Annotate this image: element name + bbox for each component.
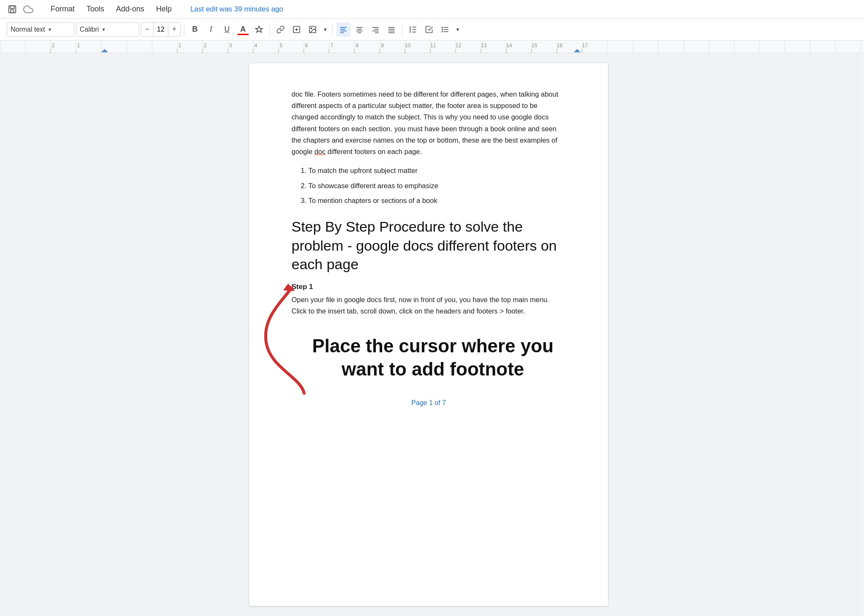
image-dropdown-button[interactable]: ▼	[321, 22, 329, 37]
align-left-button[interactable]	[336, 22, 351, 37]
svg-text:2: 2	[204, 43, 207, 49]
svg-text:12: 12	[456, 43, 462, 49]
svg-text:1: 1	[77, 43, 80, 49]
justify-button[interactable]	[384, 22, 399, 37]
svg-text:3: 3	[229, 43, 232, 49]
svg-text:8: 8	[356, 43, 359, 49]
list-item: To mention chapters or sections of a boo…	[308, 194, 566, 207]
page-indicator: Page 1 of 7	[292, 397, 566, 408]
svg-rect-8	[340, 27, 347, 28]
menu-addons[interactable]: Add-ons	[111, 3, 149, 15]
svg-rect-15	[358, 32, 361, 33]
list-item: To showcase different areas to emphasize	[308, 179, 566, 192]
svg-marker-74	[283, 284, 295, 291]
toolbar-divider-4	[402, 24, 402, 35]
list-item: To match the upfront subject matter	[308, 164, 566, 177]
line-spacing-button[interactable]	[406, 22, 420, 37]
underline-button[interactable]: U	[220, 22, 234, 37]
style-label: Normal text	[11, 26, 45, 33]
svg-text:2: 2	[52, 43, 55, 49]
svg-rect-20	[389, 27, 395, 28]
svg-text:5: 5	[280, 43, 283, 49]
font-chevron-icon: ▼	[101, 27, 106, 32]
toolbar-divider-1	[184, 24, 184, 35]
font-size-control: − +	[141, 22, 181, 37]
svg-point-32	[442, 29, 443, 30]
document-page[interactable]: doc file. Footers sometimes need to be d…	[249, 63, 608, 606]
annotation-text-block: Place the cursor where you want to add f…	[300, 334, 566, 381]
step1-text: Open your file in google docs first, now…	[292, 294, 566, 317]
svg-text:14: 14	[506, 43, 512, 49]
main-area: doc file. Footers sometimes need to be d…	[0, 53, 864, 616]
svg-rect-1	[10, 5, 14, 8]
svg-text:1: 1	[178, 43, 181, 49]
bold-button[interactable]: B	[188, 22, 202, 37]
svg-rect-2	[11, 9, 14, 12]
font-color-button[interactable]: A	[236, 22, 250, 37]
svg-rect-14	[356, 30, 363, 31]
step1-label: Step 1	[292, 281, 566, 292]
checklist-button[interactable]	[422, 22, 436, 37]
svg-point-7	[311, 27, 312, 29]
style-select[interactable]: Normal text ▼	[7, 22, 74, 37]
annotation-text: Place the cursor where you want to add f…	[300, 334, 566, 381]
svg-text:7: 7	[330, 43, 333, 49]
svg-rect-19	[375, 32, 378, 33]
cloud-icon	[23, 4, 34, 15]
list-button[interactable]	[438, 22, 452, 37]
top-bar: Format Tools Add-ons Help Last edit was …	[0, 0, 864, 19]
annotation-container: Place the cursor where you want to add f…	[292, 334, 566, 381]
menu-bar: Format Tools Add-ons Help	[46, 3, 177, 15]
svg-marker-72	[101, 49, 108, 52]
align-right-button[interactable]	[368, 22, 383, 37]
top-bar-icons	[7, 4, 34, 15]
svg-point-33	[442, 31, 443, 32]
svg-rect-23	[389, 32, 395, 33]
ruler: 2 1 1 2 3 4 5 6 7 8 9 10 11 12	[0, 41, 864, 53]
font-select[interactable]: Calibri ▼	[76, 22, 139, 37]
svg-marker-73	[574, 49, 580, 52]
last-edit-info: Last edit was 39 minutes ago	[190, 5, 283, 14]
toolbar: Normal text ▼ Calibri ▼ − + B I U A ▼	[0, 19, 864, 41]
svg-rect-13	[357, 29, 362, 30]
italic-button[interactable]: I	[204, 22, 218, 37]
svg-text:13: 13	[481, 43, 487, 49]
svg-text:6: 6	[305, 43, 308, 49]
font-size-increase-button[interactable]: +	[168, 23, 180, 36]
toolbar-divider-3	[332, 24, 333, 35]
align-center-button[interactable]	[352, 22, 367, 37]
svg-point-31	[442, 27, 443, 28]
style-chevron-icon: ▼	[48, 27, 52, 32]
scrollbar[interactable]	[857, 53, 864, 616]
font-size-decrease-button[interactable]: −	[141, 23, 153, 36]
link-button[interactable]	[273, 22, 288, 37]
section-heading: Step By Step Procedure to solve the prob…	[292, 217, 566, 273]
doc-word: doc	[314, 148, 326, 155]
menu-format[interactable]: Format	[46, 3, 80, 15]
svg-rect-12	[356, 27, 363, 28]
insert-button[interactable]	[289, 22, 304, 37]
font-size-input[interactable]	[153, 23, 168, 36]
svg-rect-21	[389, 29, 395, 30]
svg-rect-11	[340, 32, 344, 33]
svg-text:16: 16	[557, 43, 563, 49]
svg-rect-17	[375, 29, 379, 30]
numbered-list: To match the upfront subject matter To s…	[308, 164, 566, 207]
svg-text:15: 15	[532, 43, 537, 49]
color-indicator	[238, 34, 248, 35]
svg-text:9: 9	[381, 43, 384, 49]
annotation-arrow-icon	[258, 284, 313, 402]
svg-rect-22	[389, 30, 395, 31]
image-button[interactable]	[305, 22, 320, 37]
menu-help[interactable]: Help	[151, 3, 177, 15]
list-dropdown-button[interactable]: ▼	[454, 22, 462, 37]
save-icon[interactable]	[7, 4, 18, 15]
ruler-inner: 2 1 1 2 3 4 5 6 7 8 9 10 11 12	[0, 41, 864, 53]
page-content: doc file. Footers sometimes need to be d…	[292, 89, 566, 408]
svg-text:11: 11	[430, 43, 436, 49]
svg-text:10: 10	[405, 43, 411, 49]
page-container: doc file. Footers sometimes need to be d…	[0, 53, 857, 616]
menu-tools[interactable]: Tools	[81, 3, 109, 15]
highlight-button[interactable]	[252, 22, 266, 37]
svg-text:4: 4	[254, 43, 257, 49]
